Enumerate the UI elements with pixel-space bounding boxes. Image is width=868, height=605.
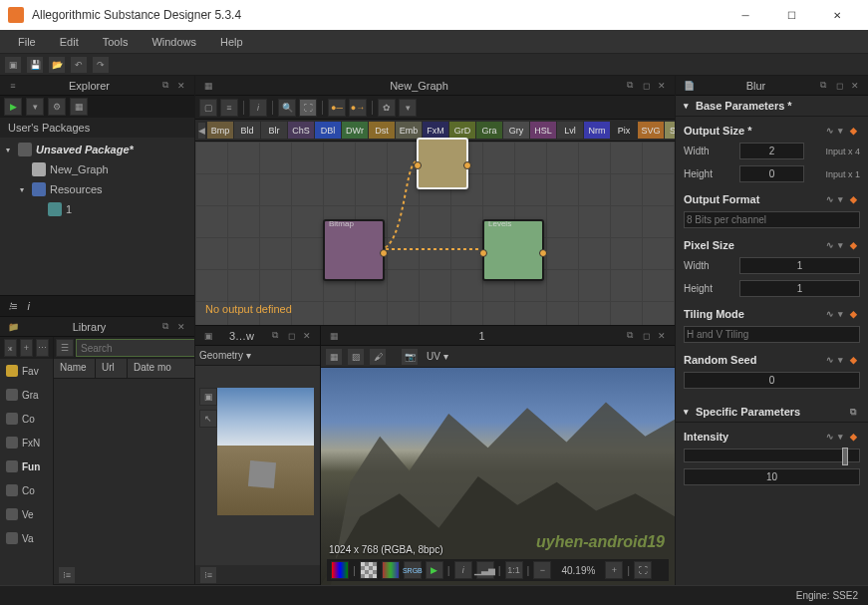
panel-restore-icon[interactable]: ◻	[639, 79, 653, 93]
search-filter-icon[interactable]: ☰	[56, 339, 74, 357]
filter-add-icon[interactable]: +	[20, 339, 33, 357]
link2-icon[interactable]: ●→	[349, 99, 367, 117]
info-icon[interactable]: i	[249, 99, 267, 117]
col-name[interactable]: Name	[54, 359, 96, 378]
shelf-prev-icon[interactable]: ◀	[197, 122, 206, 140]
shelf-item-gry[interactable]: Gry	[503, 122, 529, 139]
height-input[interactable]: 0	[739, 165, 804, 182]
info2-icon[interactable]: i	[454, 561, 472, 579]
shelf-item-fxm[interactable]: FxM	[423, 122, 448, 139]
explorer-tree[interactable]: ▾ Unsaved Package* New_Graph ▾ Resources	[0, 138, 194, 295]
lib-tree-icon[interactable]: ⁝≡	[58, 566, 76, 584]
srgb-icon[interactable]: SRGB	[404, 561, 422, 579]
search-input[interactable]	[76, 339, 194, 357]
explorer-tool1-icon[interactable]: ⚙	[48, 98, 66, 116]
panel-close-icon[interactable]: ✕	[655, 79, 669, 93]
geometry-dropdown[interactable]: Geometry ▾	[199, 350, 251, 361]
close-button[interactable]: ✕	[814, 0, 860, 30]
panel-float-icon[interactable]: ⧉	[623, 329, 637, 343]
menu-help[interactable]: Help	[208, 32, 255, 52]
minimize-button[interactable]: ─	[723, 0, 768, 30]
shelf-item-shp[interactable]: Shp	[665, 122, 675, 139]
format-select[interactable]: 8 Bits per channel	[684, 211, 860, 228]
shelf-item-lvl[interactable]: Lvl	[557, 122, 583, 139]
filter-co2[interactable]: Co	[0, 478, 53, 502]
link1-icon[interactable]: ●─	[328, 99, 346, 117]
shelf-item-nrm[interactable]: Nrm	[584, 122, 610, 139]
shelf-item-svg[interactable]: SVG	[638, 122, 664, 139]
graph-menu-icon[interactable]: ▦	[201, 79, 215, 93]
panel-restore-icon[interactable]: ◻	[284, 329, 298, 343]
shelf-item-bmp[interactable]: Bmp	[207, 122, 233, 139]
seed-input[interactable]: 0	[684, 372, 860, 389]
panel-float-icon[interactable]: ⧉	[268, 329, 282, 343]
fit-icon[interactable]: ⛶	[634, 561, 652, 579]
props-menu-icon[interactable]: 📄	[682, 79, 696, 93]
shelf-item-grd[interactable]: GrD	[449, 122, 475, 139]
2d-tool2-icon[interactable]: ▨	[347, 348, 365, 366]
play-icon[interactable]: ▶	[426, 561, 443, 579]
width-input[interactable]: 2	[739, 143, 804, 159]
histogram-icon[interactable]: ▁▃▅	[476, 561, 494, 579]
alpha-icon[interactable]	[360, 561, 378, 579]
intensity-input[interactable]: 10	[684, 468, 860, 485]
shelf-item-emb[interactable]: Emb	[396, 122, 422, 139]
save-icon[interactable]: 💾	[26, 56, 44, 74]
shelf-item-chs[interactable]: ChS	[288, 122, 314, 139]
filter-fav[interactable]: Fav	[0, 359, 53, 383]
filter-fun[interactable]: Fun	[0, 454, 53, 478]
filter-va[interactable]: Va	[0, 526, 53, 550]
maximize-button[interactable]: ☐	[768, 0, 814, 30]
filter-ve[interactable]: Ve	[0, 502, 53, 526]
tree-graph[interactable]: New_Graph	[0, 159, 194, 179]
filter-gra[interactable]: Gra	[0, 383, 53, 407]
section-base-params[interactable]: ▾ Base Parameters *	[676, 96, 868, 117]
explorer-refresh-icon[interactable]: ▾	[26, 98, 44, 116]
panel-close-icon[interactable]: ✕	[848, 79, 862, 93]
collapse-icon[interactable]: ▾	[684, 407, 696, 417]
redo-icon[interactable]: ↷	[92, 56, 110, 74]
explorer-tool2-icon[interactable]: ▦	[70, 98, 88, 116]
library-list[interactable]	[54, 379, 194, 565]
panel-close-icon[interactable]: ✕	[174, 79, 188, 93]
graph-node-levels[interactable]: Levels	[482, 219, 544, 281]
undo-icon[interactable]: ↶	[70, 56, 88, 74]
shelf-item-hsl[interactable]: HSL	[530, 122, 556, 139]
menu-edit[interactable]: Edit	[48, 32, 91, 52]
panel-restore-icon[interactable]: ◻	[832, 79, 846, 93]
menu-windows[interactable]: Windows	[140, 32, 208, 52]
col-url[interactable]: Url	[96, 359, 128, 378]
menu-tools[interactable]: Tools	[91, 32, 141, 52]
filter-all-icon[interactable]: ⁎	[4, 339, 17, 357]
new-icon[interactable]: ▣	[4, 56, 22, 74]
tree-resources[interactable]: ▾ Resources	[0, 179, 194, 199]
settings-icon[interactable]: ✿	[378, 99, 396, 117]
panel-close-icon[interactable]: ✕	[300, 329, 314, 343]
3d-viewport[interactable]: ▣ ↖	[195, 366, 320, 565]
graph-canvas[interactable]: Bitmap Levels No output defined	[195, 142, 675, 325]
collapse-icon[interactable]: ▾	[684, 101, 696, 111]
align-icon[interactable]: ≡	[220, 99, 238, 117]
3d-tree-icon[interactable]: ⁝≡	[199, 566, 217, 584]
panel-float-icon[interactable]: ⧉	[158, 320, 172, 334]
shelf-item-dst[interactable]: Dst	[369, 122, 395, 139]
tree-package[interactable]: ▾ Unsaved Package*	[0, 140, 194, 159]
fit-icon[interactable]: ⛶	[299, 99, 317, 117]
2d-menu-icon[interactable]: ▦	[327, 329, 341, 343]
shelf-item-bld[interactable]: Bld	[234, 122, 260, 139]
shelf-item-dbl[interactable]: DBl	[315, 122, 341, 139]
panel-float-icon[interactable]: ⧉	[623, 79, 637, 93]
section-specific-params[interactable]: ▾ Specific Parameters ⧉	[676, 402, 868, 423]
explorer-run-icon[interactable]: ▶	[4, 98, 22, 116]
select-icon[interactable]: ▢	[199, 99, 217, 117]
open-icon[interactable]: 📂	[48, 56, 66, 74]
panel-close-icon[interactable]: ✕	[655, 329, 669, 343]
rgba-icon[interactable]	[331, 561, 349, 579]
pwidth-input[interactable]: 1	[739, 257, 860, 274]
shelf-item-pix[interactable]: Pix	[611, 122, 637, 139]
menu-file[interactable]: File	[6, 32, 48, 52]
shelf-item-blr[interactable]: Blr	[261, 122, 287, 139]
dropdown-icon[interactable]: ▾	[399, 99, 417, 117]
intensity-slider[interactable]	[684, 449, 860, 462]
2d-tool1-icon[interactable]: ▦	[325, 348, 343, 366]
